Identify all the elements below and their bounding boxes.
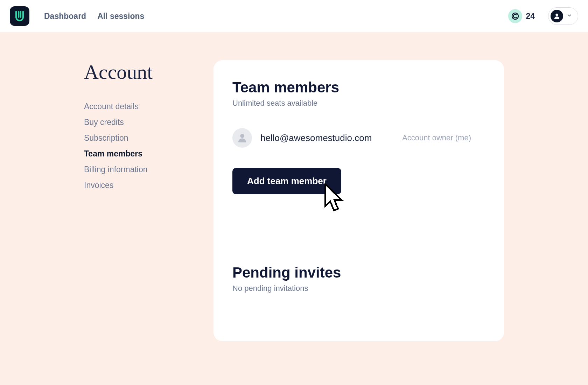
nav-dashboard[interactable]: Dashboard — [44, 12, 86, 21]
logo-icon — [14, 10, 26, 22]
team-members-subtitle: Unlimited seats available — [232, 99, 485, 108]
chevron-down-icon — [567, 13, 572, 20]
svg-point-2 — [240, 134, 244, 138]
page-title: Account — [84, 60, 189, 84]
sidebar-item-invoices[interactable]: Invoices — [84, 181, 189, 190]
add-team-member-button[interactable]: Add team member — [232, 168, 341, 194]
credits-count: 24 — [526, 12, 535, 21]
svg-point-1 — [555, 14, 558, 16]
team-member-row: hello@awesomestudio.com Account owner (m… — [232, 128, 485, 148]
sidebar-item-subscription[interactable]: Subscription — [84, 133, 189, 143]
primary-nav: Dashboard All sessions — [44, 12, 144, 21]
user-menu[interactable] — [548, 7, 578, 25]
account-sidebar: Account Account details Buy credits Subs… — [84, 60, 189, 341]
user-avatar-icon — [551, 10, 563, 22]
member-email: hello@awesomestudio.com — [260, 133, 372, 144]
add-team-member-wrap: Add team member — [232, 168, 341, 194]
sidebar-item-team-members[interactable]: Team members — [84, 149, 189, 159]
nav-all-sessions[interactable]: All sessions — [97, 12, 144, 21]
content-container: Account Account details Buy credits Subs… — [74, 60, 514, 341]
sidebar-item-buy-credits[interactable]: Buy credits — [84, 118, 189, 127]
credits-icon — [508, 9, 522, 23]
top-nav: Dashboard All sessions 24 — [0, 0, 588, 32]
app-logo[interactable] — [10, 6, 29, 26]
pending-invites-subtitle: No pending invitations — [232, 284, 485, 293]
team-members-card: Team members Unlimited seats available h… — [214, 60, 504, 341]
pending-invites-title: Pending invites — [232, 264, 485, 281]
member-avatar-icon — [232, 128, 252, 148]
top-nav-left: Dashboard All sessions — [10, 6, 144, 26]
top-nav-right: 24 — [505, 7, 578, 25]
sidebar-item-account-details[interactable]: Account details — [84, 102, 189, 111]
account-nav: Account details Buy credits Subscription… — [84, 102, 189, 190]
credits-indicator[interactable]: 24 — [505, 7, 542, 25]
member-role: Account owner (me) — [402, 133, 485, 142]
pending-invites-section: Pending invites No pending invitations — [232, 264, 485, 293]
team-members-title: Team members — [232, 79, 485, 96]
sidebar-item-billing-information[interactable]: Billing information — [84, 165, 189, 174]
page-body: Account Account details Buy credits Subs… — [0, 32, 588, 385]
